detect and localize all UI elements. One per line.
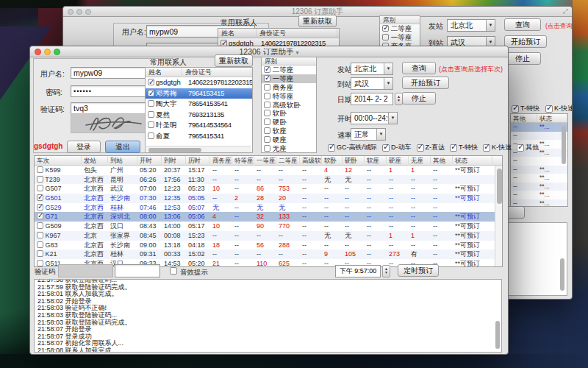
- checkbox[interactable]: [148, 132, 154, 139]
- checkbox[interactable]: [512, 105, 519, 113]
- contact-row[interactable]: 夏然7693213135: [146, 110, 252, 121]
- checkbox[interactable]: [37, 250, 43, 257]
- to-station-select[interactable]: 武汉▼: [351, 77, 393, 90]
- sound-checkbox[interactable]: [170, 267, 177, 275]
- seat-class-list[interactable]: 席别 二等座 一等座 商务座: [379, 15, 420, 48]
- checkbox[interactable]: [37, 241, 43, 248]
- fullscreen-icon[interactable]: ⤢: [563, 7, 568, 15]
- checkbox[interactable]: [37, 213, 43, 219]
- table-column-header[interactable]: 历时: [186, 156, 210, 166]
- train-filter[interactable]: T-特快: [450, 143, 478, 152]
- train-select-cell[interactable]: T239: [35, 175, 82, 185]
- train-select-cell[interactable]: G501: [35, 194, 82, 203]
- table-column-header[interactable]: 到时: [162, 156, 186, 166]
- seat-class-row[interactable]: 一等座: [380, 33, 420, 42]
- titlebar[interactable]: 12306 订票助手 ▾: [30, 46, 508, 57]
- seat-class-row[interactable]: 无座: [262, 144, 316, 153]
- time-stepper[interactable]: ▲▼: [382, 265, 390, 277]
- from-station-select[interactable]: 北京北▼: [447, 19, 495, 32]
- checkbox[interactable]: [264, 84, 270, 91]
- train-row[interactable]: G509北京西汉口08:4314:0005:1710--90770-------…: [35, 222, 502, 231]
- timer-time-field[interactable]: 下午 9:57:00: [335, 265, 381, 277]
- table-column-header[interactable]: 到站: [108, 156, 137, 166]
- train-select-cell[interactable]: G71: [35, 212, 82, 222]
- checkbox[interactable]: [382, 25, 389, 32]
- train-filter[interactable]: K-快速: [545, 104, 573, 113]
- train-filter[interactable]: 其他: [517, 143, 539, 152]
- seat-class-row[interactable]: 一等座: [262, 74, 316, 83]
- table-column-header[interactable]: 硬座: [387, 156, 409, 166]
- contact-row[interactable]: gsdgtgh140622197812202315: [146, 77, 252, 88]
- checkbox[interactable]: [37, 176, 43, 183]
- train-select-cell[interactable]: K21: [35, 250, 82, 259]
- train-row-partial[interactable]: --: [511, 157, 567, 166]
- train-row-partial[interactable]: --**...: [511, 123, 567, 132]
- train-row-partial[interactable]: --**...: [511, 191, 567, 199]
- train-row[interactable]: G71北京西深圳北08:0013:0605:064--32133--------…: [35, 212, 502, 222]
- table-column-header[interactable]: 其他: [431, 156, 453, 166]
- exit-button[interactable]: 退出: [105, 141, 140, 153]
- checkbox[interactable]: [264, 75, 270, 82]
- horizontal-scrollbar[interactable]: [146, 146, 251, 152]
- train-filter[interactable]: T-特快: [512, 104, 539, 113]
- train-row[interactable]: G529北京西桂林07:4612:5305:07无--无无-----------…: [35, 203, 502, 213]
- train-select-cell[interactable]: K599: [35, 166, 82, 175]
- checkbox[interactable]: [483, 144, 490, 152]
- date-field[interactable]: 2014- 2- 2: [351, 93, 393, 105]
- results-table-partial[interactable]: 其他状态 --**...----**...--**...----**...--*…: [510, 113, 568, 207]
- train-row[interactable]: G507北京西武汉07:0012:2305:2310--86753-------…: [35, 184, 502, 194]
- main-window[interactable]: 12306 订票助手 ▾ 用户名: 密码: 验证码: gsdgtgh 登录 退出…: [29, 46, 509, 355]
- from-station-select[interactable]: 北京北▼: [351, 63, 393, 75]
- booking-captcha-input[interactable]: [115, 264, 160, 277]
- train-row-partial[interactable]: --**...: [511, 174, 567, 183]
- checkbox[interactable]: [517, 144, 524, 152]
- train-filter[interactable]: GC-高铁/城际: [328, 143, 377, 152]
- seat-class-row[interactable]: 硬卧: [262, 118, 316, 127]
- title-menu-arrow-icon[interactable]: ▾: [296, 49, 299, 56]
- checkbox[interactable]: [450, 144, 457, 152]
- depart-time-select[interactable]: 00:00--24:00▼: [351, 112, 398, 124]
- checkbox[interactable]: [37, 260, 43, 266]
- checkbox[interactable]: [382, 144, 390, 152]
- refresh-contacts-button[interactable]: 重新获取: [215, 54, 253, 67]
- results-table[interactable]: 车次发站到站开时到时历时商务座特等座一等座二等座高级软卧软卧硬卧软座硬座无座其他…: [34, 155, 503, 267]
- table-column-header[interactable]: 商务座: [210, 156, 232, 166]
- checkbox[interactable]: [148, 100, 154, 107]
- checkbox[interactable]: [264, 110, 270, 116]
- checkbox[interactable]: [264, 102, 270, 108]
- seat-class-row[interactable]: 软座: [262, 127, 316, 135]
- checkbox[interactable]: [37, 185, 43, 191]
- stop-button[interactable]: 停止: [504, 52, 541, 65]
- train-row[interactable]: K21北京西桂林09:3100:3315:02----------9105--2…: [35, 250, 502, 259]
- table-column-header[interactable]: 车次: [35, 156, 82, 166]
- login-button[interactable]: 登录: [67, 141, 101, 153]
- train-row-partial[interactable]: --**...: [511, 183, 567, 191]
- checkbox[interactable]: [37, 222, 43, 229]
- timer-booking-button[interactable]: 定时预订: [398, 264, 439, 277]
- seat-class-row[interactable]: 二等座: [380, 24, 420, 33]
- contact-row[interactable]: 叶圣明796414534564: [146, 120, 252, 131]
- checkbox[interactable]: [148, 90, 154, 96]
- train-row-partial[interactable]: --: [511, 132, 567, 141]
- checkbox[interactable]: [545, 105, 553, 113]
- checkbox[interactable]: [148, 79, 154, 85]
- checkbox[interactable]: [264, 127, 270, 134]
- checkbox[interactable]: [417, 144, 424, 152]
- table-column-header[interactable]: 软卧: [322, 156, 343, 166]
- checkbox[interactable]: [37, 166, 43, 173]
- train-row[interactable]: G83北京西长沙南09:0013:1804:1818--56288-------…: [35, 241, 502, 250]
- scrollbar-thumb[interactable]: [148, 148, 201, 152]
- checkbox[interactable]: [37, 232, 43, 238]
- train-select-cell[interactable]: G529: [35, 203, 82, 213]
- train-filter[interactable]: K-快速: [483, 143, 512, 152]
- table-column-header[interactable]: 二等座: [276, 156, 300, 166]
- train-filter[interactable]: D-动车: [382, 143, 412, 152]
- train-row-partial[interactable]: --**...: [511, 166, 567, 174]
- query-button[interactable]: 查询: [504, 18, 541, 31]
- vertical-scrollbar[interactable]: [495, 166, 502, 266]
- scrollbar-thumb[interactable]: [497, 169, 502, 204]
- refresh-contacts-button[interactable]: 重新获取: [298, 15, 337, 27]
- scrollbar-thumb[interactable]: [495, 321, 500, 349]
- stop-button[interactable]: 停止: [402, 92, 436, 105]
- start-booking-button[interactable]: 开始预订: [402, 77, 449, 89]
